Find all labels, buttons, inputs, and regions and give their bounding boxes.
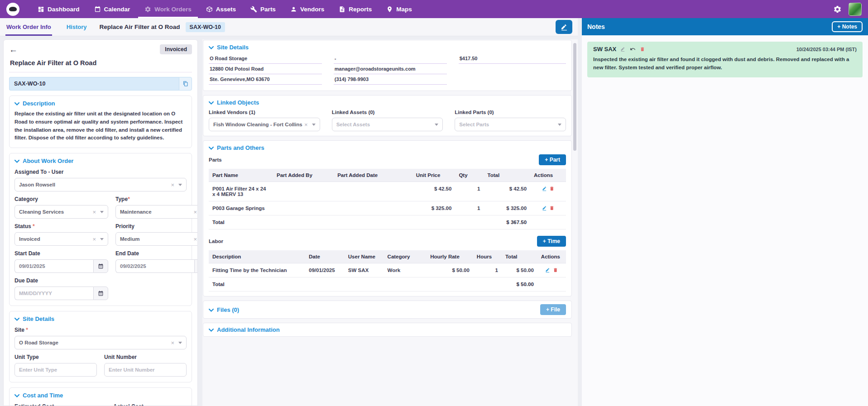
nav-item-maps[interactable]: Maps <box>379 0 419 18</box>
back-arrow-icon[interactable]: ← <box>9 45 18 54</box>
priority-select[interactable]: Medium × <box>115 232 198 246</box>
note-author: SW SAX <box>593 46 616 53</box>
description-text: Replace the existing air filter unit at … <box>14 110 187 142</box>
due-date-input[interactable] <box>14 287 93 300</box>
type-label: Type* <box>115 196 198 202</box>
note-text: Inspected the existing air filter and fo… <box>593 55 857 72</box>
calendar-icon[interactable] <box>93 287 108 300</box>
clear-icon[interactable]: × <box>193 209 197 215</box>
parts-others-header[interactable]: Parts and Others <box>209 144 566 151</box>
gear-icon <box>144 6 151 13</box>
add-part-button[interactable]: + Part <box>539 154 566 165</box>
delete-row-icon[interactable] <box>549 205 555 211</box>
cost-time-header[interactable]: Cost and Time <box>14 392 187 399</box>
site-details-card-header[interactable]: Site Details <box>209 44 566 51</box>
nav-item-parts[interactable]: Parts <box>243 0 283 18</box>
end-date-input[interactable] <box>115 259 194 273</box>
document-icon <box>339 6 345 13</box>
calendar-icon[interactable] <box>194 259 198 273</box>
unit-number-input[interactable] <box>104 363 187 377</box>
linked-parts-label: Linked Parts (0) <box>455 110 566 115</box>
parts-and-others-card: Parts and Others Parts + Part Par <box>203 140 572 296</box>
wo-number-field[interactable]: SAX-WO-10 <box>9 77 179 91</box>
edit-row-icon[interactable] <box>542 186 547 191</box>
settings-gear-icon[interactable] <box>833 5 842 14</box>
content-row: Work Order Info History Replace Air Filt… <box>0 18 868 406</box>
linked-objects-header[interactable]: Linked Objects <box>209 99 566 106</box>
nav-item-calendar[interactable]: Calendar <box>87 0 138 18</box>
category-label: Category <box>14 196 108 202</box>
delete-note-icon[interactable] <box>640 47 645 52</box>
calendar-icon[interactable] <box>93 259 108 273</box>
nav-item-dashboard[interactable]: Dashboard <box>30 0 87 18</box>
tab-history[interactable]: History <box>66 18 88 36</box>
delete-row-icon[interactable] <box>549 186 555 191</box>
cube-icon <box>206 6 213 13</box>
status-select[interactable]: Invoiced × <box>14 232 108 246</box>
estimated-cost-label: Estimated Cost <box>14 403 106 406</box>
assigned-to-select[interactable]: Jason Rowsell × <box>14 178 187 191</box>
site-contact-name: - <box>334 55 447 64</box>
note-actions <box>620 46 645 52</box>
clear-icon[interactable]: × <box>193 236 197 242</box>
clear-icon[interactable]: × <box>304 122 308 128</box>
site-select[interactable]: O Road Storage × <box>14 336 187 349</box>
linked-assets-select[interactable]: Select Assets <box>332 118 443 131</box>
unit-type-input[interactable] <box>14 363 97 377</box>
vertical-scrollbar[interactable] <box>573 43 576 151</box>
nav-label: Reports <box>349 6 372 13</box>
edit-row-icon[interactable] <box>545 267 551 273</box>
category-select[interactable]: Cleaning Services × <box>14 205 108 219</box>
chevron-down-icon <box>14 394 19 397</box>
add-file-button[interactable]: + File <box>540 304 566 315</box>
nav-item-vendors[interactable]: Vendors <box>283 0 331 18</box>
nav-item-work-orders[interactable]: Work Orders <box>137 0 199 18</box>
add-time-button[interactable]: + Time <box>537 236 566 247</box>
nav-item-reports[interactable]: Reports <box>331 0 379 18</box>
files-header[interactable]: Files (0) <box>209 306 239 313</box>
linked-vendors-select[interactable]: Fish Window Cleaning - Fort Collins × <box>209 118 320 131</box>
nav-label: Dashboard <box>48 6 80 13</box>
edit-row-icon[interactable] <box>542 205 547 211</box>
logo-image <box>9 7 17 11</box>
site-column-address: O Road Storage 12880 Old Potosi Road Ste… <box>209 55 322 86</box>
clear-icon[interactable]: × <box>92 236 96 242</box>
description-header[interactable]: Description <box>14 100 187 107</box>
work-order-name[interactable]: Replace Air Filter at O Road <box>9 54 192 72</box>
unit-type-label: Unit Type <box>14 354 97 360</box>
chevron-down-icon <box>209 329 214 332</box>
additional-info-header[interactable]: Additional Information <box>209 326 280 333</box>
chevron-down-icon <box>100 238 104 240</box>
site-column-cost: $417.50 <box>459 55 566 86</box>
table-row[interactable]: Fitting Time by the Technician 09/01/202… <box>209 263 566 277</box>
clear-icon[interactable]: × <box>171 182 174 188</box>
chevron-down-icon <box>312 124 316 126</box>
chevron-down-icon <box>209 101 214 105</box>
site-street: 12880 Old Potosi Road <box>209 65 322 74</box>
edit-note-icon[interactable] <box>620 47 626 52</box>
site-details-header[interactable]: Site Details <box>14 315 187 322</box>
add-notes-button[interactable]: + Notes <box>832 21 863 32</box>
chevron-down-icon <box>178 342 182 344</box>
clear-icon[interactable]: × <box>171 340 174 346</box>
type-select[interactable]: Maintenance × <box>115 205 198 219</box>
linked-parts-select[interactable]: Select Parts <box>455 118 566 131</box>
labor-label: Labor <box>209 239 223 244</box>
clear-icon[interactable]: × <box>92 209 96 215</box>
start-date-input[interactable] <box>14 259 93 273</box>
table-row[interactable]: P003 Garage Springs $ 325.00 1 $ 325.00 <box>209 201 566 215</box>
nav-item-assets[interactable]: Assets <box>199 0 243 18</box>
about-work-order-section: About Work Order Assigned To - User Jaso… <box>9 153 192 306</box>
delete-row-icon[interactable] <box>553 267 558 273</box>
edit-work-order-button[interactable] <box>556 20 572 34</box>
due-date-label: Due Date <box>14 277 108 284</box>
copy-icon[interactable] <box>179 77 192 91</box>
chevron-down-icon <box>558 124 561 126</box>
about-header[interactable]: About Work Order <box>14 158 187 164</box>
app-logo[interactable] <box>6 3 19 16</box>
user-avatar[interactable] <box>849 3 862 16</box>
tab-work-order-info[interactable]: Work Order Info <box>5 18 52 36</box>
reply-note-icon[interactable] <box>630 46 636 52</box>
parts-table: Part Name Part Added By Part Added Date … <box>209 169 566 229</box>
table-row[interactable]: P001 Air Filter 24 x 24 x 4 MERV 13 $ 42… <box>209 182 566 201</box>
